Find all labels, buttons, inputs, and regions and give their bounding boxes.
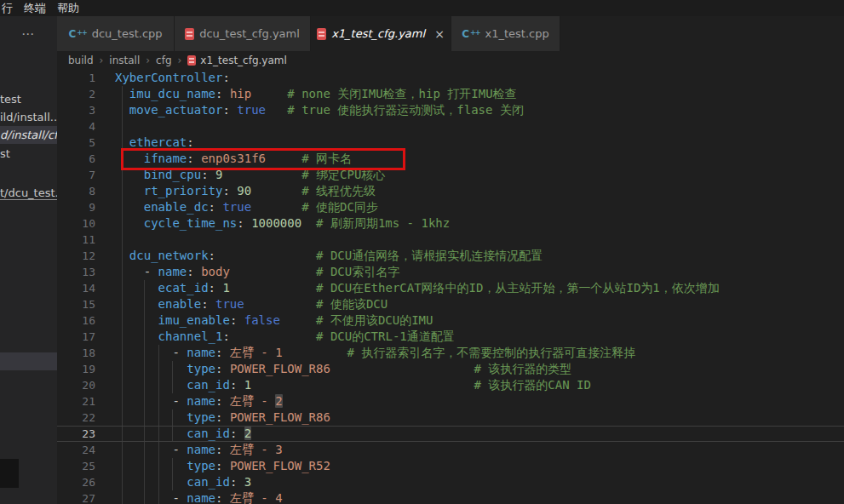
line-number[interactable]: 9	[57, 199, 95, 215]
line-number[interactable]: 13	[57, 264, 95, 280]
code-line[interactable]: 13 - name: body # DCU索引名字	[57, 264, 844, 280]
line-number[interactable]: 12	[57, 248, 95, 264]
breadcrumb-item-cfg[interactable]: cfg	[156, 54, 171, 66]
code-line[interactable]: 9 enable_dc: true # 使能DC同步	[57, 199, 844, 215]
code-line[interactable]: 25 type: POWER_FLOW_R52	[57, 458, 844, 474]
tab-dcu-test-cfg-yaml[interactable]: dcu_test_cfg.yaml	[175, 16, 311, 51]
indent-guide	[122, 345, 123, 361]
line-number[interactable]: 4	[57, 118, 95, 135]
code-line[interactable]: 5 ethercat:	[57, 135, 844, 151]
line-number[interactable]: 2	[57, 86, 95, 102]
code-line[interactable]: 12 dcu_network: # DCU通信网络，请根据实机连接情况配置	[57, 248, 844, 264]
code-line[interactable]: 4	[57, 118, 844, 135]
code-line-text: enable: true # 使能该DCU	[95, 296, 844, 312]
line-number[interactable]: 23	[57, 427, 95, 441]
tab-x1-test-cfg-yaml[interactable]: x1_test_cfg.yaml×	[311, 16, 451, 51]
tab-x1-test-cpp[interactable]: C++x1_test.cpp	[451, 16, 560, 51]
sidebar-item-5[interactable]	[0, 352, 57, 370]
code-line[interactable]: 27 - name: 左臂 - 4	[57, 490, 844, 504]
indent-guide	[144, 329, 145, 345]
breadcrumb-file[interactable]: x1_test_cfg.yaml	[187, 54, 287, 66]
code-line[interactable]: 26 can_id: 3	[57, 474, 844, 490]
token: # 网卡名	[301, 152, 352, 165]
line-number[interactable]: 6	[57, 151, 95, 167]
editor-code-area[interactable]: 1XyberController:2 imu_dcu_name: hip # n…	[57, 70, 844, 504]
code-line[interactable]: 18 - name: 左臂 - 1 # 执行器索引名字，不需要控制的执行器可直接…	[57, 345, 844, 361]
indent-guide	[122, 232, 123, 248]
line-number[interactable]: 20	[57, 377, 95, 393]
indent-guide	[122, 183, 123, 199]
token: imu_enable	[158, 313, 230, 327]
code-line[interactable]: 19 type: POWER_FLOW_R86 # 该执行器的类型	[57, 361, 844, 377]
code-line[interactable]: 2 imu_dcu_name: hip # none 关闭IMU检查，hip 打…	[57, 86, 844, 102]
indent-guide	[158, 393, 159, 410]
code-line-text: type: POWER_FLOW_R86	[95, 410, 844, 426]
breadcrumb: build›install›cfg›x1_test_cfg.yaml	[57, 51, 844, 70]
line-number[interactable]: 5	[57, 135, 95, 151]
menu-item-run[interactable]: 行	[2, 1, 13, 16]
token: :	[187, 265, 201, 278]
line-number[interactable]: 3	[57, 102, 95, 118]
token: :	[222, 103, 237, 117]
line-number[interactable]: 26	[57, 474, 95, 490]
code-line[interactable]: 20 can_id: 1 # 该执行器的CAN ID	[57, 377, 844, 393]
code-line[interactable]: 8 rt_priority: 90 # 线程优先级	[57, 183, 844, 199]
line-number[interactable]: 24	[57, 442, 95, 458]
menu-item-help[interactable]: 帮助	[57, 1, 79, 16]
line-number[interactable]: 1	[57, 70, 95, 86]
code-line[interactable]: 7 bind_cpu: 9 # 绑定CPU核心	[57, 167, 844, 183]
line-number[interactable]: 7	[57, 167, 95, 183]
sidebar-item-3[interactable]: st	[0, 145, 57, 163]
indent-guide	[122, 296, 123, 312]
line-number[interactable]: 17	[57, 329, 95, 345]
line-number[interactable]: 22	[57, 410, 95, 426]
tab-dcu-test-cpp[interactable]: C++dcu_test.cpp	[57, 16, 175, 51]
menu-item-terminal[interactable]: 终端	[24, 1, 46, 16]
line-number[interactable]: 21	[57, 393, 95, 410]
code-line[interactable]: 22 type: POWER_FLOW_R86	[57, 410, 844, 426]
code-line-text: imu_dcu_name: hip # none 关闭IMU检查，hip 打开I…	[95, 86, 844, 102]
line-number[interactable]: 14	[57, 280, 95, 296]
code-line[interactable]: 15 enable: true # 使能该DCU	[57, 296, 844, 312]
token: can_id	[187, 427, 230, 440]
sidebar-item-0[interactable]: test	[0, 90, 57, 108]
line-number[interactable]: 18	[57, 345, 95, 361]
token: 1	[244, 378, 251, 392]
menu-bar: 行终端帮助	[0, 0, 844, 16]
code-line[interactable]: 21 - name: 左臂 - 2	[57, 393, 844, 410]
code-line[interactable]: 24 - name: 左臂 - 3	[57, 442, 844, 458]
code-line[interactable]: 11	[57, 232, 844, 248]
close-icon[interactable]: ×	[434, 28, 445, 40]
code-line[interactable]: 14 ecat_id: 1 # DCU在EtherCAT网络中的ID，从主站开始…	[57, 280, 844, 296]
line-number[interactable]: 11	[57, 232, 95, 248]
token: type	[187, 362, 215, 375]
token: # 该执行器的类型	[474, 362, 571, 375]
line-number[interactable]: 16	[57, 312, 95, 329]
sidebar-item-2[interactable]: d/install/cfg	[0, 126, 57, 144]
indent-guide	[144, 427, 145, 441]
line-number[interactable]: 8	[57, 183, 95, 199]
code-line[interactable]: 10 cycle_time_ns: 1000000 # 刷新周期1ms - 1k…	[57, 215, 844, 232]
line-number[interactable]: 27	[57, 490, 95, 504]
indent-guide	[122, 458, 123, 474]
breadcrumb-separator: ›	[146, 54, 150, 66]
code-line[interactable]: 23 can_id: 2	[57, 426, 844, 442]
line-number[interactable]: 25	[57, 458, 95, 474]
code-line[interactable]: 6 ifname: enp0s31f6 # 网卡名	[57, 151, 844, 167]
breadcrumb-item-install[interactable]: install	[109, 54, 140, 66]
token: cycle_time_ns	[144, 216, 238, 230]
token: :	[230, 475, 244, 489]
indent-guide	[122, 410, 123, 426]
line-number[interactable]: 19	[57, 361, 95, 377]
code-line[interactable]: 17 channel_1: # DCU的CTRL-1通道配置	[57, 329, 844, 345]
token: 左臂 - 4	[230, 491, 283, 504]
code-line[interactable]: 16 imu_enable: false # 不使用该DCU的IMU	[57, 312, 844, 329]
token: true	[237, 103, 266, 117]
code-line[interactable]: 1XyberController:	[57, 70, 844, 86]
sidebar-item-1[interactable]: ild/install...	[0, 108, 57, 126]
line-number[interactable]: 15	[57, 296, 95, 312]
code-line[interactable]: 3 move_actuator: true # true 使能执行器运动测试，f…	[57, 102, 844, 118]
more-actions-icon[interactable]: ⋯	[0, 16, 57, 51]
breadcrumb-item-build[interactable]: build	[68, 54, 94, 66]
line-number[interactable]: 10	[57, 215, 95, 232]
